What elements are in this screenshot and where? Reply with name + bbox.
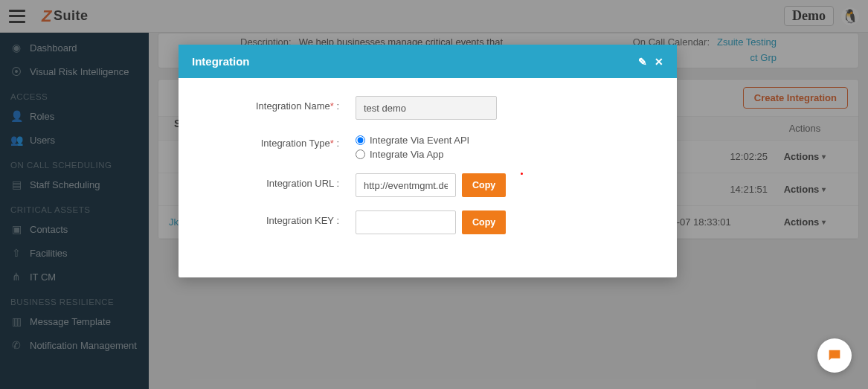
marker-dot (521, 173, 523, 175)
integration-key-label: Integration KEY : (199, 210, 356, 226)
integration-type-label: Integration Type* : (199, 133, 356, 149)
integration-key-input[interactable] (356, 210, 456, 234)
modal-header: Integration ✎ ✕ (179, 45, 677, 78)
integration-name-input[interactable] (356, 96, 497, 120)
radio-event-api[interactable]: Integrate Via Event API (356, 135, 469, 146)
radio-app-input[interactable] (356, 150, 365, 159)
chat-fab[interactable] (817, 338, 852, 373)
integration-url-label: Integration URL : (199, 173, 356, 189)
copy-key-button[interactable]: Copy (462, 210, 506, 234)
radio-app[interactable]: Integrate Via App (356, 149, 469, 160)
copy-url-button[interactable]: Copy (462, 173, 506, 197)
integration-name-label: Integration Name* : (199, 96, 356, 112)
chat-icon (826, 347, 843, 364)
modal-title: Integration (192, 55, 250, 68)
integration-modal: Integration ✎ ✕ Integration Name* : Inte… (179, 45, 677, 277)
modal-body: Integration Name* : Integration Type* : … (179, 78, 677, 277)
close-icon[interactable]: ✕ (655, 56, 663, 68)
edit-icon[interactable]: ✎ (638, 56, 647, 68)
radio-event-api-input[interactable] (356, 135, 365, 145)
integration-url-input[interactable] (356, 173, 456, 197)
